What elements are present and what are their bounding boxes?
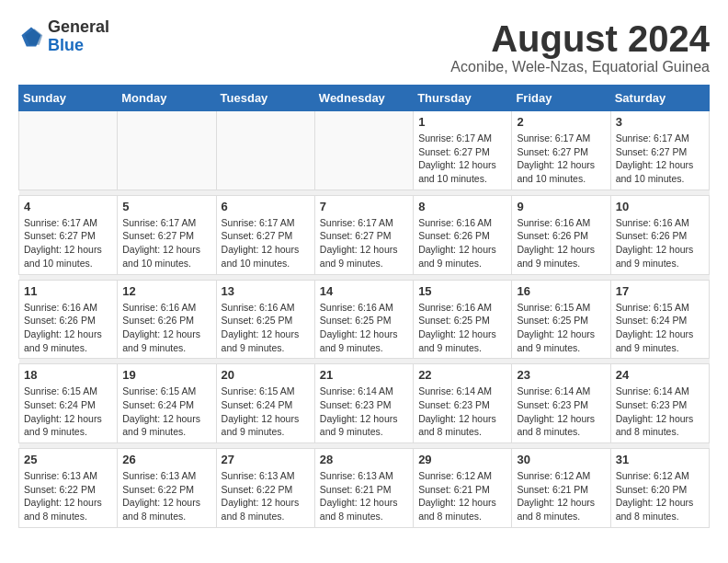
calendar-cell	[118, 111, 216, 190]
title-area: August 2024 Aconibe, Wele-Nzas, Equatori…	[450, 18, 710, 75]
calendar-cell: 26Sunrise: 6:13 AMSunset: 6:22 PMDayligh…	[118, 449, 216, 528]
day-info: Sunrise: 6:15 AMSunset: 6:24 PMDaylight:…	[24, 385, 112, 439]
day-info: Sunrise: 6:13 AMSunset: 6:22 PMDaylight:…	[24, 469, 112, 523]
calendar-cell: 11Sunrise: 6:16 AMSunset: 6:26 PMDayligh…	[19, 280, 118, 359]
day-info: Sunrise: 6:13 AMSunset: 6:22 PMDaylight:…	[122, 469, 210, 523]
day-number: 4	[24, 200, 112, 213]
calendar-cell: 18Sunrise: 6:15 AMSunset: 6:24 PMDayligh…	[19, 364, 118, 443]
day-number: 21	[320, 368, 408, 382]
calendar-cell: 27Sunrise: 6:13 AMSunset: 6:22 PMDayligh…	[216, 449, 314, 528]
calendar-cell: 6Sunrise: 6:17 AMSunset: 6:27 PMDaylight…	[216, 195, 314, 274]
day-number: 28	[320, 453, 408, 466]
day-number: 24	[616, 368, 704, 382]
calendar-week-2: 4Sunrise: 6:17 AMSunset: 6:27 PMDaylight…	[19, 195, 710, 274]
calendar-cell: 29Sunrise: 6:12 AMSunset: 6:21 PMDayligh…	[414, 449, 512, 528]
calendar-week-3: 11Sunrise: 6:16 AMSunset: 6:26 PMDayligh…	[19, 280, 710, 359]
day-number: 6	[222, 200, 310, 213]
day-info: Sunrise: 6:14 AMSunset: 6:23 PMDaylight:…	[517, 385, 605, 439]
day-info: Sunrise: 6:17 AMSunset: 6:27 PMDaylight:…	[222, 216, 310, 270]
day-info: Sunrise: 6:16 AMSunset: 6:26 PMDaylight:…	[122, 301, 210, 355]
calendar-cell: 9Sunrise: 6:16 AMSunset: 6:26 PMDaylight…	[512, 195, 610, 274]
calendar-week-5: 25Sunrise: 6:13 AMSunset: 6:22 PMDayligh…	[19, 449, 710, 528]
logo-general: General	[48, 18, 109, 37]
day-number: 30	[517, 453, 605, 466]
day-number: 18	[24, 368, 112, 382]
calendar-cell: 15Sunrise: 6:16 AMSunset: 6:25 PMDayligh…	[414, 280, 512, 359]
day-number: 8	[418, 200, 506, 213]
calendar-cell: 13Sunrise: 6:16 AMSunset: 6:25 PMDayligh…	[216, 280, 314, 359]
day-number: 19	[122, 368, 210, 382]
header: General Blue August 2024 Aconibe, Wele-N…	[18, 18, 710, 75]
day-number: 7	[320, 200, 408, 213]
day-number: 2	[517, 115, 605, 129]
calendar-cell	[216, 111, 314, 190]
calendar-cell	[19, 111, 118, 190]
calendar-cell: 4Sunrise: 6:17 AMSunset: 6:27 PMDaylight…	[19, 195, 118, 274]
month-title: August 2024	[450, 18, 710, 59]
day-info: Sunrise: 6:12 AMSunset: 6:21 PMDaylight:…	[418, 469, 506, 523]
day-number: 17	[616, 284, 704, 298]
day-header-wednesday: Wednesday	[314, 86, 413, 111]
day-number: 11	[24, 284, 112, 298]
day-number: 29	[418, 453, 506, 466]
day-number: 20	[222, 368, 310, 382]
logo: General Blue	[18, 18, 109, 55]
day-number: 3	[616, 115, 704, 129]
calendar-cell: 14Sunrise: 6:16 AMSunset: 6:25 PMDayligh…	[314, 280, 413, 359]
logo-blue: Blue	[48, 37, 109, 55]
calendar-cell: 23Sunrise: 6:14 AMSunset: 6:23 PMDayligh…	[512, 364, 610, 443]
day-info: Sunrise: 6:16 AMSunset: 6:25 PMDaylight:…	[418, 301, 506, 355]
day-header-saturday: Saturday	[610, 86, 709, 111]
calendar-cell: 24Sunrise: 6:14 AMSunset: 6:23 PMDayligh…	[610, 364, 709, 443]
day-info: Sunrise: 6:15 AMSunset: 6:24 PMDaylight:…	[222, 385, 310, 439]
day-info: Sunrise: 6:13 AMSunset: 6:21 PMDaylight:…	[320, 469, 408, 523]
calendar-cell: 19Sunrise: 6:15 AMSunset: 6:24 PMDayligh…	[118, 364, 216, 443]
day-number: 1	[418, 115, 506, 129]
day-header-thursday: Thursday	[414, 86, 512, 111]
calendar-week-4: 18Sunrise: 6:15 AMSunset: 6:24 PMDayligh…	[19, 364, 710, 443]
day-info: Sunrise: 6:16 AMSunset: 6:25 PMDaylight:…	[320, 301, 408, 355]
calendar-cell: 7Sunrise: 6:17 AMSunset: 6:27 PMDaylight…	[314, 195, 413, 274]
calendar-cell	[314, 111, 413, 190]
day-header-friday: Friday	[512, 86, 610, 111]
day-info: Sunrise: 6:17 AMSunset: 6:27 PMDaylight:…	[616, 132, 704, 186]
day-info: Sunrise: 6:17 AMSunset: 6:27 PMDaylight:…	[122, 216, 210, 270]
day-info: Sunrise: 6:14 AMSunset: 6:23 PMDaylight:…	[320, 385, 408, 439]
calendar-cell: 30Sunrise: 6:12 AMSunset: 6:21 PMDayligh…	[512, 449, 610, 528]
day-number: 16	[517, 284, 605, 298]
day-info: Sunrise: 6:16 AMSunset: 6:26 PMDaylight:…	[24, 301, 112, 355]
day-info: Sunrise: 6:15 AMSunset: 6:25 PMDaylight:…	[517, 301, 605, 355]
logo-text: General Blue	[48, 18, 109, 55]
calendar-cell: 22Sunrise: 6:14 AMSunset: 6:23 PMDayligh…	[414, 364, 512, 443]
subtitle: Aconibe, Wele-Nzas, Equatorial Guinea	[450, 59, 710, 75]
day-info: Sunrise: 6:12 AMSunset: 6:20 PMDaylight:…	[616, 469, 704, 523]
day-info: Sunrise: 6:16 AMSunset: 6:26 PMDaylight:…	[616, 216, 704, 270]
day-number: 13	[222, 284, 310, 298]
day-number: 14	[320, 284, 408, 298]
day-info: Sunrise: 6:16 AMSunset: 6:26 PMDaylight:…	[418, 216, 506, 270]
calendar-cell: 31Sunrise: 6:12 AMSunset: 6:20 PMDayligh…	[610, 449, 709, 528]
day-info: Sunrise: 6:15 AMSunset: 6:24 PMDaylight:…	[122, 385, 210, 439]
calendar: SundayMondayTuesdayWednesdayThursdayFrid…	[18, 85, 710, 528]
day-header-tuesday: Tuesday	[216, 86, 314, 111]
calendar-cell: 25Sunrise: 6:13 AMSunset: 6:22 PMDayligh…	[19, 449, 118, 528]
day-header-sunday: Sunday	[19, 86, 118, 111]
calendar-cell: 28Sunrise: 6:13 AMSunset: 6:21 PMDayligh…	[314, 449, 413, 528]
day-info: Sunrise: 6:16 AMSunset: 6:25 PMDaylight:…	[222, 301, 310, 355]
logo-icon	[18, 24, 44, 50]
day-number: 15	[418, 284, 506, 298]
calendar-cell: 16Sunrise: 6:15 AMSunset: 6:25 PMDayligh…	[512, 280, 610, 359]
day-number: 22	[418, 368, 506, 382]
day-number: 5	[122, 200, 210, 213]
day-number: 27	[222, 453, 310, 466]
day-number: 12	[122, 284, 210, 298]
day-info: Sunrise: 6:14 AMSunset: 6:23 PMDaylight:…	[418, 385, 506, 439]
calendar-cell: 8Sunrise: 6:16 AMSunset: 6:26 PMDaylight…	[414, 195, 512, 274]
day-info: Sunrise: 6:16 AMSunset: 6:26 PMDaylight:…	[517, 216, 605, 270]
calendar-cell: 17Sunrise: 6:15 AMSunset: 6:24 PMDayligh…	[610, 280, 709, 359]
day-number: 10	[616, 200, 704, 213]
calendar-cell: 5Sunrise: 6:17 AMSunset: 6:27 PMDaylight…	[118, 195, 216, 274]
day-info: Sunrise: 6:15 AMSunset: 6:24 PMDaylight:…	[616, 301, 704, 355]
day-info: Sunrise: 6:13 AMSunset: 6:22 PMDaylight:…	[222, 469, 310, 523]
day-number: 23	[517, 368, 605, 382]
